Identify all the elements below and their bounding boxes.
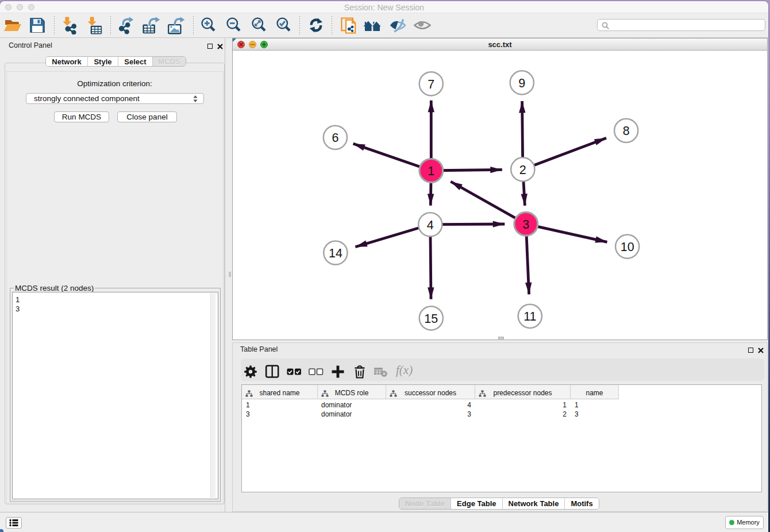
svg-text:1: 1 [428,164,434,178]
svg-text:4: 4 [427,218,434,232]
svg-text:15: 15 [424,312,438,326]
svg-text:7: 7 [428,78,434,91]
svg-text:10: 10 [621,240,634,254]
svg-text:8: 8 [623,124,630,138]
svg-text:6: 6 [332,131,338,145]
svg-text:9: 9 [518,76,525,90]
svg-text:3: 3 [522,218,529,232]
svg-text:14: 14 [329,246,342,260]
svg-text:11: 11 [523,310,536,323]
svg-text:2: 2 [519,163,526,177]
